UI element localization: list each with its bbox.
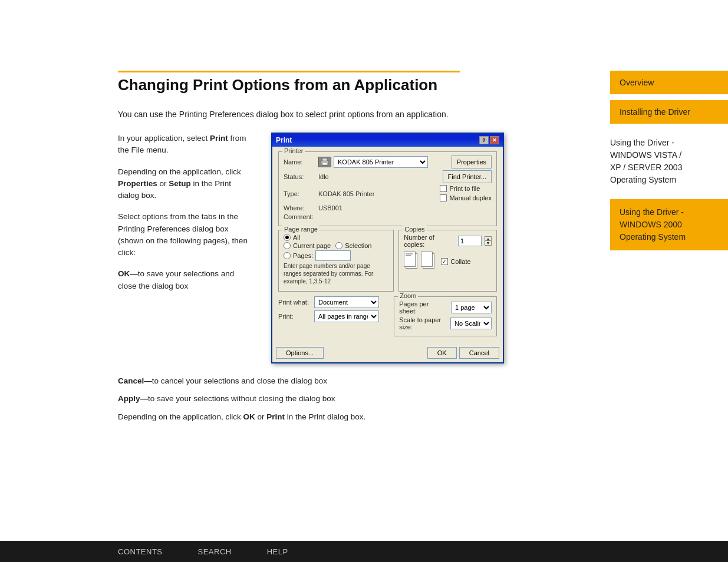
print-what-select[interactable]: Document: [314, 296, 379, 308]
copy-pages-icon: [404, 252, 436, 269]
print-zoom-row: Print what: Document Print: All pag: [278, 296, 497, 340]
cancel-action: Cancel—to cancel your selections and clo…: [118, 375, 495, 387]
page-stack-2: [421, 252, 436, 269]
printer-name-row: Name: KODAK 805 Printer: [284, 156, 492, 168]
ok-button[interactable]: OK: [427, 347, 457, 359]
printer-group: Printer Name: KODAK 805 Printer: [278, 151, 497, 226]
manual-duplex-label: Manual duplex: [449, 194, 492, 201]
print-to-file-check[interactable]: [440, 185, 447, 192]
collate-label: Collate: [450, 258, 470, 265]
sidebar-item-installing[interactable]: Installing the Driver: [610, 100, 728, 124]
zoom-group: Zoom Pages per sheet: 1 page Scale to p: [394, 296, 497, 336]
status-value: Idle: [318, 173, 329, 180]
spin-down[interactable]: ▼: [485, 241, 492, 246]
range-copies-row: Page range All Current page: [278, 230, 497, 295]
name-label: Name:: [284, 158, 316, 166]
type-label: Type:: [284, 190, 316, 197]
current-page-row: Current page: [284, 242, 331, 249]
manual-duplex-check[interactable]: [440, 194, 447, 201]
final-line: Depending on the application, click OK o…: [118, 411, 495, 423]
find-printer-button[interactable]: Find Printer...: [443, 170, 492, 183]
printer-name-select[interactable]: KODAK 805 Printer: [334, 156, 428, 168]
intro-text: You can use the Printing Preferences dia…: [118, 108, 507, 121]
where-label: Where:: [284, 204, 316, 211]
instruction-1: In your application, select Print from t…: [118, 133, 253, 157]
copies-title: Copies: [403, 226, 426, 233]
print-dialog[interactable]: Print ? ✕ Printer Name:: [271, 133, 504, 363]
page-range-title: Page range: [282, 226, 319, 233]
spin-up[interactable]: ▲: [485, 236, 492, 241]
svg-rect-1: [322, 158, 327, 161]
where-value: USB001: [318, 204, 342, 211]
print-dialog-container: Print ? ✕ Printer Name:: [271, 133, 587, 363]
pages-input[interactable]: [315, 250, 351, 261]
all-radio-row: All: [284, 234, 388, 241]
current-page-label: Current page: [293, 242, 331, 249]
page-range-group: Page range All Current page: [278, 230, 394, 292]
copies-group: Copies Number of copies: ▲ ▼: [398, 230, 497, 292]
pages-radio[interactable]: [284, 252, 291, 259]
print-what-row: Print what: Document: [278, 296, 389, 308]
print-what-section: Print what: Document Print: All pag: [278, 296, 389, 340]
selection-radio[interactable]: [335, 242, 342, 249]
instruction-3: Select options from the tabs in the Prin…: [118, 211, 253, 259]
zoom-title: Zoom: [398, 292, 418, 299]
below-dialog: Cancel—to cancel your selections and clo…: [118, 375, 587, 423]
scale-row: Scale to paper size: No Scaling: [399, 316, 492, 330]
print-select[interactable]: All pages in range: [314, 310, 379, 322]
collate-row: ✓ Collate: [404, 252, 492, 269]
close-btn[interactable]: ✕: [490, 136, 499, 144]
print-row: Print: All pages in range: [278, 310, 389, 322]
pages-per-sheet-row: Pages per sheet: 1 page: [399, 300, 492, 315]
num-copies-input[interactable]: [458, 236, 482, 246]
scale-label: Scale to paper size:: [399, 316, 447, 330]
left-instructions: In your application, select Print from t…: [118, 133, 253, 363]
print-to-file-label: Print to file: [449, 185, 480, 192]
status-label: Status:: [284, 173, 316, 180]
svg-rect-2: [322, 163, 327, 165]
spinner: ▲ ▼: [485, 236, 492, 246]
help-link[interactable]: HELP: [267, 547, 288, 556]
properties-button[interactable]: Properties: [452, 156, 492, 168]
main-area: Changing Print Options from an Applicati…: [0, 71, 728, 541]
collate-checkbox[interactable]: ✓: [441, 258, 448, 265]
dialog-title: Print: [276, 136, 292, 144]
comment-label: Comment:: [284, 213, 316, 220]
sidebar-item-overview[interactable]: Overview: [610, 71, 728, 94]
pages-per-sheet-label: Pages per sheet:: [399, 300, 447, 315]
top-spacer: [0, 0, 728, 71]
comment-row: Comment:: [284, 213, 492, 220]
sidebar-item-vista[interactable]: Using the Driver -WINDOWS VISTA /XP / SE…: [610, 130, 728, 193]
cancel-button[interactable]: Cancel: [459, 347, 499, 359]
all-label: All: [293, 234, 300, 241]
manual-duplex-row: Manual duplex: [440, 194, 492, 201]
content-area: Changing Print Options from an Applicati…: [0, 71, 610, 541]
page-front2: [421, 252, 433, 267]
sidebar-item-win2000[interactable]: Using the Driver -WINDOWS 2000Operating …: [610, 199, 728, 250]
apply-action: Apply—to save your selections without cl…: [118, 393, 495, 405]
print-what-label: Print what:: [278, 299, 311, 306]
help-btn[interactable]: ?: [479, 136, 489, 144]
sidebar: Overview Installing the Driver Using the…: [610, 71, 728, 541]
page-front: [404, 252, 416, 267]
where-row: Where: USB001: [284, 204, 492, 211]
dialog-titlebar: Print ? ✕: [272, 134, 503, 147]
bottom-bar: CONTENTS SEARCH HELP: [0, 541, 728, 562]
scale-select[interactable]: No Scaling: [450, 318, 492, 329]
options-button[interactable]: Options...: [276, 347, 324, 359]
footer-buttons: OK Cancel: [427, 347, 499, 359]
pages-label: Pages:: [293, 252, 313, 259]
all-radio[interactable]: [284, 234, 291, 241]
pages-row: Pages:: [284, 250, 388, 261]
pages-per-sheet-select[interactable]: 1 page: [451, 302, 492, 313]
collate-check: ✓ Collate: [441, 258, 470, 265]
type-value: KODAK 805 Printer: [318, 190, 374, 197]
search-link[interactable]: SEARCH: [198, 547, 232, 556]
selection-row: Selection: [335, 242, 371, 249]
current-page-radio[interactable]: [284, 242, 291, 249]
two-col-layout: In your application, select Print from t…: [118, 133, 587, 363]
print-to-file-row: Print to file: [440, 185, 492, 192]
dialog-footer: Options... OK Cancel: [272, 345, 503, 362]
page-wrapper: Changing Print Options from an Applicati…: [0, 0, 728, 562]
contents-link[interactable]: CONTENTS: [118, 547, 163, 556]
